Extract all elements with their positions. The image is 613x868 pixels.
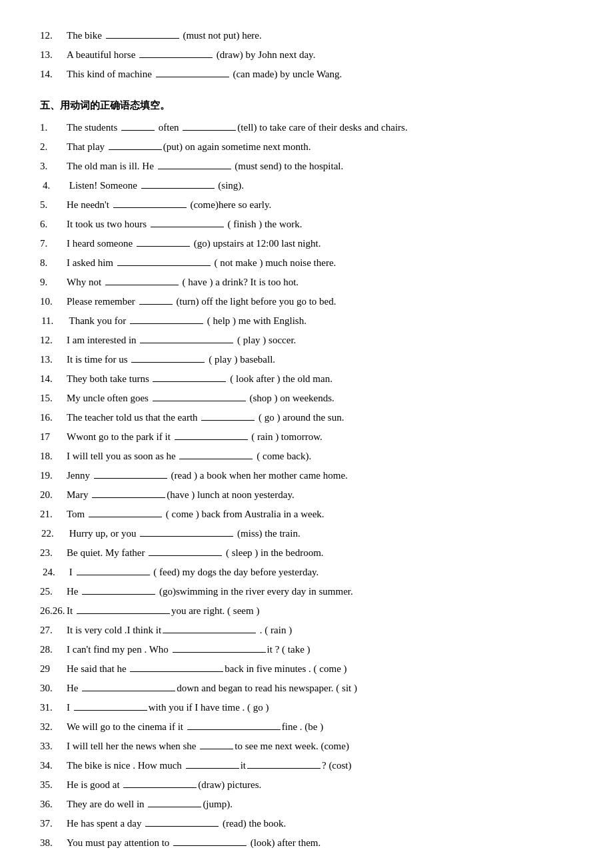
list-item: 14. This kind of machine (can made) by u… xyxy=(40,65,573,83)
item-content: I will tell her the news when she to see… xyxy=(67,737,573,755)
item-number: 25. xyxy=(40,583,67,601)
item-content: Wwont go to the park if it ( rain ) tomo… xyxy=(67,428,573,446)
item-content: He is good at (draw) pictures. xyxy=(67,776,573,794)
answer-blank xyxy=(173,845,247,846)
item-content: The old man is ill. He (must send) to th… xyxy=(67,157,573,175)
list-item: 13. A beautiful horse (draw) by John nex… xyxy=(40,46,573,64)
list-item: 22. Hurry up, or you (miss) the train. xyxy=(40,525,573,543)
list-item: 31. I with you if I have time . ( go ) xyxy=(40,699,573,717)
item-content: It you are right. ( seem ) xyxy=(67,602,573,620)
item-number: 26.26. xyxy=(40,602,67,620)
item-content: That play (put) on again sometime next m… xyxy=(67,138,573,156)
answer-blank xyxy=(151,227,224,227)
item-content: Hurry up, or you (miss) the train. xyxy=(67,525,573,543)
answer-blank xyxy=(183,130,236,131)
item-number: 13. xyxy=(40,351,67,369)
list-item: 36. They are do well in (jump). xyxy=(40,795,573,813)
item-content: He (go)swimming in the river every day i… xyxy=(67,583,573,601)
item-content: Tom ( come ) back from Australia in a we… xyxy=(67,505,573,523)
item-number: 27. xyxy=(40,621,67,639)
answer-blank xyxy=(149,555,222,556)
answer-blank xyxy=(247,768,320,769)
list-item: 17 Wwont go to the park if it ( rain ) t… xyxy=(40,428,573,446)
item-content: It is very cold .I think it . ( rain ) xyxy=(67,621,573,639)
answer-blank xyxy=(92,497,165,498)
list-item: 24. I ( feed) my dogs the day before yes… xyxy=(40,563,573,581)
item-number: 34. xyxy=(40,757,67,775)
list-item: 8. I asked him ( not make ) much noise t… xyxy=(40,254,573,272)
item-content: A beautiful horse (draw) by John next da… xyxy=(67,46,573,64)
answer-blank xyxy=(106,38,179,39)
list-item: 23. Be quiet. My father ( sleep ) in the… xyxy=(40,544,573,562)
item-content: It took us two hours ( finish ) the work… xyxy=(67,215,573,233)
answer-blank xyxy=(130,323,203,324)
answer-blank xyxy=(82,594,155,595)
list-item: 15. My uncle often goes (shop ) on weeke… xyxy=(40,389,573,407)
answer-blank xyxy=(77,613,170,614)
answer-blank xyxy=(200,749,233,749)
section5-header: 五、用动词的正确语态填空。 xyxy=(40,97,573,115)
item-content: The teacher told us that the earth ( go … xyxy=(67,409,573,427)
list-item: 2. That play (put) on again sometime nex… xyxy=(40,138,573,156)
answer-blank xyxy=(109,149,162,150)
list-item: 9. Why not ( have ) a drink? It is too h… xyxy=(40,273,573,291)
section5-items: 1. The students often (tell) to take car… xyxy=(40,119,573,852)
item-content: Please remember (turn) off the light bef… xyxy=(67,293,573,311)
list-item: 34. The bike is nice . How much it? (cos… xyxy=(40,757,573,775)
item-number: 18. xyxy=(40,447,67,465)
list-item: 10. Please remember (turn) off the light… xyxy=(40,293,573,311)
item-number: 17 xyxy=(40,428,67,446)
item-number: 14. xyxy=(40,370,67,388)
answer-blank xyxy=(179,459,253,459)
list-item: 20. Mary (have ) lunch at noon yesterday… xyxy=(40,486,573,504)
answer-blank xyxy=(175,439,248,440)
item-content: Why not ( have ) a drink? It is too hot. xyxy=(67,273,573,291)
item-content: He needn't (come)here so early. xyxy=(67,196,573,214)
item-number: 10. xyxy=(40,293,67,311)
list-item: 32. We will go to the cinema if it fine … xyxy=(40,718,573,736)
item-number: 6. xyxy=(40,215,67,233)
item-number: 4. xyxy=(40,177,67,195)
item-number: 36. xyxy=(40,795,67,813)
answer-blank xyxy=(201,420,255,421)
item-number: 32. xyxy=(40,718,67,736)
item-content: Mary (have ) lunch at noon yesterday. xyxy=(67,486,573,504)
item-content: We will go to the cinema if it fine . (b… xyxy=(67,718,573,736)
item-content: I heard someone (go) upstairs at 12:00 l… xyxy=(67,235,573,253)
list-item: 13. It is time for us ( play ) baseball. xyxy=(40,351,573,369)
answer-blank xyxy=(140,343,233,343)
item-number: 14. xyxy=(40,65,67,83)
answer-blank xyxy=(153,401,246,401)
list-item: 21. Tom ( come ) back from Australia in … xyxy=(40,505,573,523)
item-number: 31. xyxy=(40,699,67,717)
item-number: 1. xyxy=(40,119,67,137)
item-content: You must pay attention to (look) after t… xyxy=(67,834,573,852)
list-item: 18. I will tell you as soon as he ( come… xyxy=(40,447,573,465)
item-content: I with you if I have time . ( go ) xyxy=(67,699,573,717)
item-content: I will tell you as soon as he ( come bac… xyxy=(67,447,573,465)
answer-blank xyxy=(117,265,211,266)
item-number: 24. xyxy=(40,563,67,581)
list-item: 19. Jenny (read ) a book when her mother… xyxy=(40,467,573,485)
answer-blank xyxy=(123,787,197,788)
item-number: 35. xyxy=(40,776,67,794)
item-number: 38. xyxy=(40,834,67,852)
answer-blank xyxy=(82,691,175,691)
answer-blank xyxy=(158,169,231,169)
answer-blank xyxy=(89,517,162,517)
item-content: Thank you for ( help ) me with English. xyxy=(67,312,573,330)
list-item: 33. I will tell her the news when she to… xyxy=(40,737,573,755)
list-item: 27. It is very cold .I think it . ( rain… xyxy=(40,621,573,639)
item-number: 5. xyxy=(40,196,67,214)
list-item: 12. I am interested in ( play ) soccer. xyxy=(40,331,573,349)
item-number: 22. xyxy=(40,525,67,543)
item-number: 19. xyxy=(40,467,67,485)
item-content: This kind of machine (can made) by uncle… xyxy=(67,65,573,83)
item-number: 7. xyxy=(40,235,67,253)
item-content: He said that he back in five minutes . (… xyxy=(67,660,573,678)
item-number: 9. xyxy=(40,273,67,291)
list-item: 38. You must pay attention to (look) aft… xyxy=(40,834,573,852)
answer-blank xyxy=(186,768,239,769)
list-item: 12. The bike (must not put) here. xyxy=(40,27,573,45)
item-number: 23. xyxy=(40,544,67,562)
